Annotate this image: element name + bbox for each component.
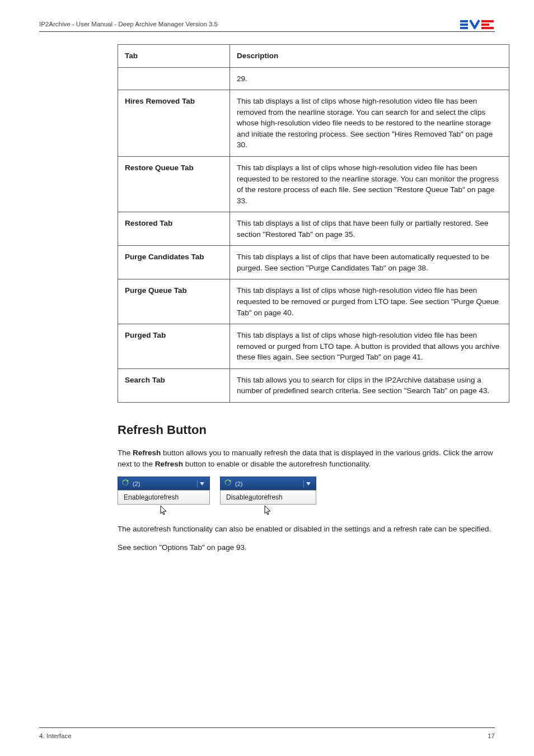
menu-item-underline: a bbox=[249, 493, 252, 501]
table-cell-desc: This tab displays a list of clips whose … bbox=[230, 324, 509, 369]
refresh-count-label: (2) bbox=[133, 480, 140, 487]
table-cell-tab: Purge Queue Tab bbox=[118, 279, 230, 324]
chevron-down-icon[interactable] bbox=[303, 480, 312, 488]
table-head-tab: Tab bbox=[118, 45, 230, 68]
paragraph-intro: The Refresh button allows you to manuall… bbox=[118, 447, 509, 470]
footer-section: 4. Interface bbox=[39, 732, 72, 739]
refresh-count-label: (2) bbox=[235, 480, 242, 487]
table-row: Purged Tab This tab displays a list of c… bbox=[118, 324, 509, 369]
paragraph-settings: The autorefresh functionality can also b… bbox=[118, 524, 509, 535]
footer-divider bbox=[39, 727, 495, 728]
menu-item-underline: a bbox=[144, 493, 148, 501]
table-cell-tab: Purge Candidates Tab bbox=[118, 246, 230, 279]
table-row: 29. bbox=[118, 67, 509, 90]
refresh-icon bbox=[224, 479, 232, 489]
table-cell-desc: This tab displays a list of clips whose … bbox=[230, 90, 509, 157]
table-cell-tab: Purged Tab bbox=[118, 324, 230, 369]
chevron-down-icon[interactable] bbox=[197, 480, 206, 488]
svg-rect-0 bbox=[460, 20, 468, 22]
bold-refresh-2: Refresh bbox=[155, 460, 183, 468]
table-cell-desc: This tab displays a list of clips whose … bbox=[230, 156, 509, 212]
cursor-icon bbox=[264, 505, 272, 515]
refresh-button[interactable]: (2) bbox=[118, 477, 210, 490]
table-cell-desc: This tab displays a list of clips that h… bbox=[230, 212, 509, 246]
table-cell-tab: Search Tab bbox=[118, 368, 230, 402]
table-cell-desc: This tab allows you to search for clips … bbox=[230, 368, 509, 402]
svg-rect-4 bbox=[481, 24, 489, 26]
header-divider bbox=[39, 31, 495, 32]
table-row: Hires Removed Tab This tab displays a li… bbox=[118, 90, 509, 157]
table-row: Search Tab This tab allows you to search… bbox=[118, 368, 509, 402]
paragraph-seealso: See section "Options Tab" on page 93. bbox=[118, 542, 509, 553]
menu-item-enable-autorefresh[interactable]: Enable autorefresh bbox=[118, 490, 210, 505]
menu-item-label-suffix: utorefresh bbox=[252, 493, 283, 501]
paragraph-text: button to enable or disable the autorefr… bbox=[183, 460, 371, 468]
table-head-description: Description bbox=[230, 45, 509, 68]
cursor-icon bbox=[160, 505, 168, 515]
tab-description-table: Tab Description 29. Hires Removed Tab Th… bbox=[118, 44, 509, 403]
doc-title: IP2Archive - User Manual - Deep Archive … bbox=[39, 21, 218, 27]
table-cell-desc: 29. bbox=[230, 67, 509, 90]
menu-item-label-prefix: Disable bbox=[226, 493, 249, 501]
svg-rect-5 bbox=[481, 27, 494, 29]
table-cell-tab: Hires Removed Tab bbox=[118, 90, 230, 157]
section-title-refresh-button: Refresh Button bbox=[118, 423, 495, 437]
table-row: Restored Tab This tab displays a list of… bbox=[118, 212, 509, 246]
refresh-menu-disable: (2) Disable autorefresh bbox=[220, 477, 316, 517]
menu-item-disable-autorefresh[interactable]: Disable autorefresh bbox=[220, 490, 316, 505]
svg-rect-3 bbox=[481, 20, 494, 22]
table-cell-desc: This tab displays a list of clips that h… bbox=[230, 246, 509, 279]
table-row: Purge Queue Tab This tab displays a list… bbox=[118, 279, 509, 324]
table-row: Restore Queue Tab This tab displays a li… bbox=[118, 156, 509, 212]
svg-rect-1 bbox=[460, 24, 468, 26]
bold-refresh-1: Refresh bbox=[133, 449, 161, 457]
footer-page-number: 17 bbox=[488, 732, 495, 739]
table-cell-tab: Restore Queue Tab bbox=[118, 156, 230, 212]
brand-logo bbox=[460, 19, 495, 29]
table-cell-tab: Restored Tab bbox=[118, 212, 230, 246]
refresh-icon bbox=[121, 479, 129, 489]
table-cell-tab bbox=[118, 67, 230, 90]
paragraph-text: The bbox=[118, 449, 133, 457]
refresh-button[interactable]: (2) bbox=[220, 477, 316, 490]
menu-item-label-suffix: utorefresh bbox=[148, 493, 179, 501]
refresh-menu-enable: (2) Enable autorefresh bbox=[118, 477, 210, 517]
menu-item-label-prefix: Enable bbox=[124, 493, 144, 501]
table-cell-desc: This tab displays a list of clips whose … bbox=[230, 279, 509, 324]
svg-rect-2 bbox=[460, 27, 468, 29]
table-row: Purge Candidates Tab This tab displays a… bbox=[118, 246, 509, 279]
